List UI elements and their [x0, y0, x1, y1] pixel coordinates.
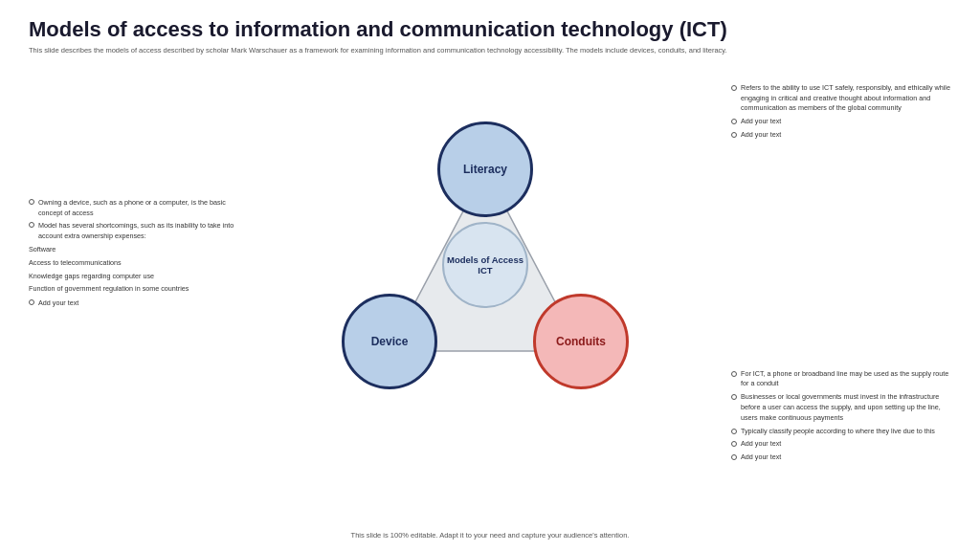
- rt-bullet-2: Add your text: [741, 117, 951, 127]
- diagram-container: Literacy Device Conduits Models of Acces…: [332, 121, 638, 408]
- node-conduits: Conduits: [533, 294, 629, 389]
- right-bottom-section: For ICT, a phone or broadband line may b…: [731, 245, 951, 466]
- rb-bullet-icon-2: [731, 394, 737, 400]
- device-label: Device: [371, 335, 409, 348]
- rt-bullet-3: Add your text: [741, 130, 951, 141]
- left-bullet-2: Model has several shortcomings, such as …: [38, 221, 239, 242]
- rb-bullet-icon-5: [731, 454, 737, 460]
- rt-bullet-icon-2: [731, 119, 737, 124]
- left-sub-3: Knowledge gaps regarding computer use: [29, 272, 239, 282]
- slide: Models of access to information and comm…: [0, 0, 980, 551]
- bullet-icon-3: [29, 299, 34, 305]
- rb-bullet-5: Add your text: [741, 452, 951, 463]
- left-sub-1: Software: [29, 245, 239, 255]
- center-diagram: Literacy Device Conduits Models of Acces…: [239, 64, 731, 466]
- content-area: Owning a device, such as a phone or a co…: [29, 64, 951, 466]
- rb-bullet-icon-3: [731, 429, 737, 434]
- left-sub-4: Function of government regulation in som…: [29, 284, 239, 295]
- rb-bullet-2: Businesses or local governments must inv…: [741, 392, 951, 423]
- node-center: Models of Access ICT: [442, 222, 528, 308]
- rt-bullet-icon-3: [731, 132, 737, 138]
- right-top-section: Refers to the ability to use ICT safely,…: [731, 83, 951, 143]
- left-sub-2: Access to telecommunications: [29, 258, 239, 269]
- left-bullet-add: Add your text: [38, 298, 78, 309]
- rt-bullet-icon-1: [731, 85, 737, 91]
- rt-bullet-1: Refers to the ability to use ICT safely,…: [741, 83, 951, 114]
- slide-title: Models of access to information and comm…: [29, 17, 951, 42]
- literacy-label: Literacy: [463, 163, 507, 176]
- bullet-icon-1: [29, 199, 34, 205]
- rb-bullet-3: Typically classify people according to w…: [741, 427, 951, 437]
- rb-bullet-1: For ICT, a phone or broadband line may b…: [741, 369, 951, 390]
- slide-subtitle: This slide describes the models of acces…: [29, 46, 890, 56]
- conduits-label: Conduits: [556, 335, 606, 348]
- rb-bullet-4: Add your text: [741, 439, 951, 450]
- rb-bullet-icon-1: [731, 371, 737, 377]
- left-column: Owning a device, such as a phone or a co…: [29, 64, 239, 466]
- node-literacy: Literacy: [437, 121, 533, 217]
- left-bullet-1: Owning a device, such as a phone or a co…: [38, 198, 239, 219]
- right-column: Refers to the ability to use ICT safely,…: [731, 64, 951, 466]
- center-label: Models of Access ICT: [444, 254, 526, 276]
- rb-bullet-icon-4: [731, 441, 737, 447]
- node-device: Device: [342, 294, 437, 389]
- bullet-icon-2: [29, 222, 34, 228]
- slide-footer: This slide is 100% editable. Adapt it to…: [0, 531, 980, 540]
